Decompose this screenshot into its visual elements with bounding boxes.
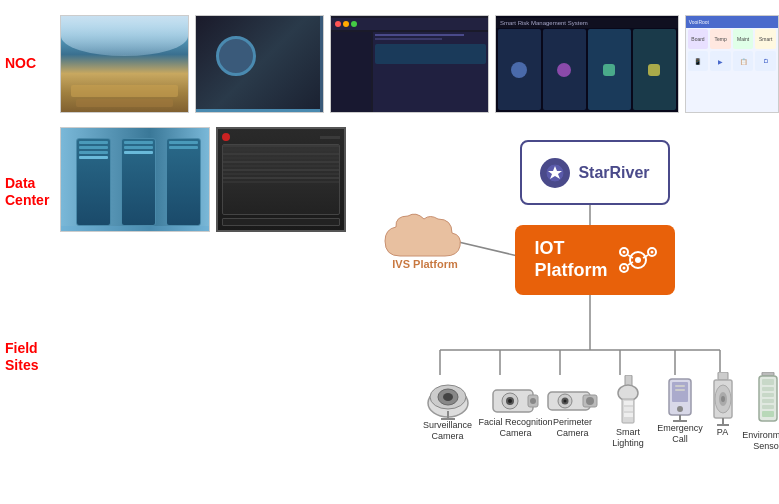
smart-lighting-label: SmartLighting	[612, 427, 644, 449]
diagram-area: IVS Platform StarRiver IOTPlatform	[370, 140, 760, 500]
svg-rect-63	[762, 379, 774, 385]
svg-point-19	[622, 267, 625, 270]
ivs-platform-cloud: IVS Platform	[370, 200, 480, 270]
svg-point-40	[586, 397, 594, 405]
facial-recognition-camera-icon	[488, 382, 543, 417]
svg-point-17	[650, 251, 653, 254]
svg-point-15	[622, 251, 625, 254]
environment-sensor-icon	[755, 372, 780, 430]
svg-rect-45	[624, 407, 633, 411]
noc-image-3	[330, 15, 489, 113]
device-surveillance-camera: SurveillanceCamera	[410, 375, 485, 442]
noc-image-2	[195, 15, 324, 113]
pa-label: PA	[717, 427, 728, 438]
smart-lighting-icon	[616, 375, 641, 427]
svg-point-58	[721, 396, 725, 402]
iot-platform-text: IOTPlatform	[534, 238, 607, 281]
svg-rect-65	[762, 393, 774, 397]
emergency-call-icon	[665, 377, 695, 423]
noc-image-1	[60, 15, 189, 113]
svg-point-13	[635, 257, 641, 263]
svg-point-34	[530, 398, 536, 404]
noc-label: NOC	[5, 55, 36, 71]
iot-platform-box: IOTPlatform	[515, 225, 675, 295]
svg-rect-50	[675, 385, 685, 387]
svg-rect-54	[718, 372, 728, 380]
dc-image-1	[60, 127, 210, 232]
datacenter-label: DataCenter	[5, 175, 49, 209]
svg-point-32	[508, 399, 512, 403]
cloud-svg	[380, 211, 470, 266]
svg-point-49	[677, 406, 683, 412]
surveillance-camera-label: SurveillanceCamera	[423, 420, 472, 442]
starriver-logo	[540, 158, 570, 188]
noc-image-4: Smart Risk Management System	[495, 15, 679, 113]
starriver-box: StarRiver	[520, 140, 670, 205]
device-smart-lighting: SmartLighting	[598, 375, 658, 449]
dc-image-2	[216, 127, 346, 232]
pa-speaker-icon	[710, 372, 736, 427]
svg-rect-67	[762, 405, 774, 409]
iot-platform-icon	[616, 240, 656, 280]
perimeter-camera-icon	[545, 382, 600, 417]
svg-rect-66	[762, 399, 774, 403]
svg-rect-46	[624, 413, 633, 417]
svg-rect-64	[762, 387, 774, 391]
svg-point-38	[564, 400, 567, 403]
iot-icon-svg	[616, 240, 661, 280]
surveillance-camera-icon	[423, 375, 473, 420]
svg-point-26	[443, 393, 453, 401]
svg-rect-68	[762, 411, 774, 417]
starriver-text: StarRiver	[578, 164, 649, 182]
fieldsites-label: FieldSites	[5, 340, 38, 374]
device-perimeter-camera: PerimeterCamera	[540, 382, 605, 439]
starriver-logo-svg	[545, 163, 565, 183]
svg-rect-44	[624, 401, 633, 405]
noc-image-5: VooiRoot Board Temp Maint Smart 📱 ▶ 📋 🗒	[685, 15, 779, 113]
environment-sensor-label: EnvironmentSensor	[742, 430, 779, 452]
device-environment-sensor: EnvironmentSensor	[735, 372, 779, 452]
perimeter-camera-label: PerimeterCamera	[553, 417, 592, 439]
svg-rect-51	[675, 389, 685, 391]
emergency-call-label: EmergencyCall	[657, 423, 703, 445]
noc-row: Smart Risk Management System	[60, 15, 779, 115]
